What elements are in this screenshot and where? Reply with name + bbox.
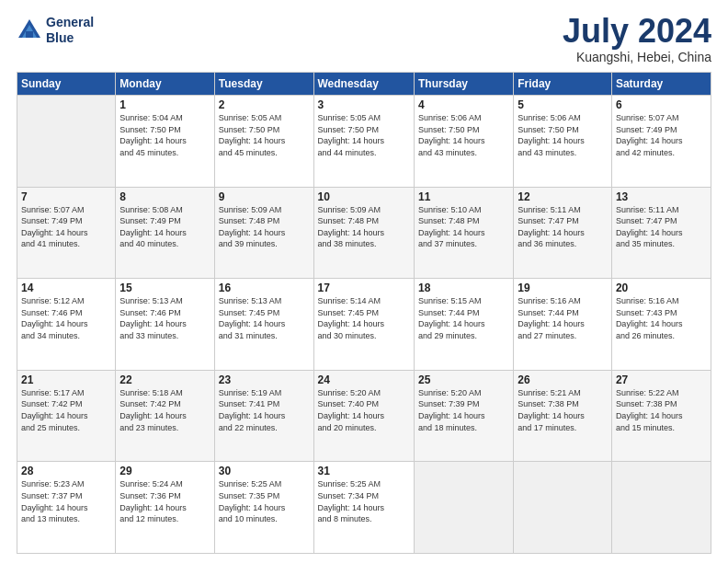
weekday-header: Sunday — [17, 73, 116, 96]
day-number: 24 — [318, 373, 410, 386]
calendar-cell: 11Sunrise: 5:10 AM Sunset: 7:48 PM Dayli… — [414, 187, 513, 279]
logo-text: General Blue — [46, 15, 94, 46]
day-info: Sunrise: 5:09 AM Sunset: 7:48 PM Dayligh… — [318, 204, 410, 250]
calendar-cell: 20Sunrise: 5:16 AM Sunset: 7:43 PM Dayli… — [611, 279, 711, 371]
day-info: Sunrise: 5:20 AM Sunset: 7:39 PM Dayligh… — [418, 387, 509, 433]
title-location: Kuangshi, Hebei, China — [563, 50, 711, 64]
day-info: Sunrise: 5:20 AM Sunset: 7:40 PM Dayligh… — [318, 387, 410, 433]
page: General Blue July 2024 Kuangshi, Hebei, … — [0, 0, 728, 563]
calendar-cell: 14Sunrise: 5:12 AM Sunset: 7:46 PM Dayli… — [17, 279, 116, 371]
day-number: 25 — [418, 373, 509, 386]
day-info: Sunrise: 5:13 AM Sunset: 7:45 PM Dayligh… — [219, 295, 310, 341]
day-info: Sunrise: 5:25 AM Sunset: 7:35 PM Dayligh… — [219, 478, 310, 524]
calendar-cell: 19Sunrise: 5:16 AM Sunset: 7:44 PM Dayli… — [514, 279, 612, 371]
calendar-cell: 9Sunrise: 5:09 AM Sunset: 7:48 PM Daylig… — [214, 187, 313, 279]
day-info: Sunrise: 5:06 AM Sunset: 7:50 PM Dayligh… — [418, 112, 509, 158]
day-info: Sunrise: 5:24 AM Sunset: 7:36 PM Dayligh… — [119, 478, 210, 524]
day-number: 19 — [518, 282, 608, 294]
day-info: Sunrise: 5:19 AM Sunset: 7:41 PM Dayligh… — [219, 387, 310, 433]
calendar-cell: 30Sunrise: 5:25 AM Sunset: 7:35 PM Dayli… — [214, 462, 313, 554]
weekday-header: Thursday — [414, 73, 513, 96]
weekday-header: Monday — [116, 73, 214, 96]
day-info: Sunrise: 5:18 AM Sunset: 7:42 PM Dayligh… — [119, 387, 210, 433]
day-info: Sunrise: 5:15 AM Sunset: 7:44 PM Dayligh… — [418, 295, 509, 341]
calendar-cell: 24Sunrise: 5:20 AM Sunset: 7:40 PM Dayli… — [313, 370, 414, 462]
day-number: 2 — [219, 98, 310, 111]
calendar-cell: 23Sunrise: 5:19 AM Sunset: 7:41 PM Dayli… — [214, 370, 313, 462]
svg-rect-2 — [26, 31, 33, 38]
day-info: Sunrise: 5:23 AM Sunset: 7:37 PM Dayligh… — [21, 478, 111, 524]
calendar-cell: 12Sunrise: 5:11 AM Sunset: 7:47 PM Dayli… — [514, 187, 612, 279]
calendar-cell: 6Sunrise: 5:07 AM Sunset: 7:49 PM Daylig… — [611, 96, 711, 188]
day-info: Sunrise: 5:04 AM Sunset: 7:50 PM Dayligh… — [119, 112, 210, 158]
day-number: 5 — [518, 98, 608, 111]
day-info: Sunrise: 5:11 AM Sunset: 7:47 PM Dayligh… — [616, 204, 707, 250]
day-number: 29 — [119, 465, 210, 477]
calendar-cell: 29Sunrise: 5:24 AM Sunset: 7:36 PM Dayli… — [116, 462, 214, 554]
logo: General Blue — [17, 15, 94, 46]
day-info: Sunrise: 5:22 AM Sunset: 7:38 PM Dayligh… — [616, 387, 707, 433]
day-info: Sunrise: 5:14 AM Sunset: 7:45 PM Dayligh… — [318, 295, 410, 341]
calendar-cell: 17Sunrise: 5:14 AM Sunset: 7:45 PM Dayli… — [313, 279, 414, 371]
day-info: Sunrise: 5:16 AM Sunset: 7:44 PM Dayligh… — [518, 295, 608, 341]
day-number: 28 — [21, 465, 111, 477]
calendar-cell: 22Sunrise: 5:18 AM Sunset: 7:42 PM Dayli… — [116, 370, 214, 462]
calendar-cell: 16Sunrise: 5:13 AM Sunset: 7:45 PM Dayli… — [214, 279, 313, 371]
calendar-cell: 4Sunrise: 5:06 AM Sunset: 7:50 PM Daylig… — [414, 96, 513, 188]
title-month: July 2024 — [563, 15, 711, 48]
day-number: 7 — [21, 190, 111, 203]
day-number: 18 — [418, 282, 509, 294]
calendar-cell: 27Sunrise: 5:22 AM Sunset: 7:38 PM Dayli… — [611, 370, 711, 462]
calendar-cell: 28Sunrise: 5:23 AM Sunset: 7:37 PM Dayli… — [17, 462, 116, 554]
day-number: 9 — [219, 190, 310, 203]
calendar-cell: 8Sunrise: 5:08 AM Sunset: 7:49 PM Daylig… — [116, 187, 214, 279]
day-info: Sunrise: 5:06 AM Sunset: 7:50 PM Dayligh… — [518, 112, 608, 158]
day-number: 23 — [219, 373, 310, 386]
calendar-cell: 5Sunrise: 5:06 AM Sunset: 7:50 PM Daylig… — [514, 96, 612, 188]
calendar-cell — [17, 96, 116, 188]
day-number: 31 — [318, 465, 410, 477]
day-info: Sunrise: 5:17 AM Sunset: 7:42 PM Dayligh… — [21, 387, 111, 433]
calendar-cell: 25Sunrise: 5:20 AM Sunset: 7:39 PM Dayli… — [414, 370, 513, 462]
day-info: Sunrise: 5:08 AM Sunset: 7:49 PM Dayligh… — [119, 204, 210, 250]
day-number: 15 — [119, 282, 210, 294]
calendar-cell: 10Sunrise: 5:09 AM Sunset: 7:48 PM Dayli… — [313, 187, 414, 279]
day-number: 8 — [119, 190, 210, 203]
day-number: 27 — [616, 373, 707, 386]
calendar-cell: 15Sunrise: 5:13 AM Sunset: 7:46 PM Dayli… — [116, 279, 214, 371]
title-block: July 2024 Kuangshi, Hebei, China — [563, 15, 711, 64]
day-number: 26 — [518, 373, 608, 386]
day-number: 16 — [219, 282, 310, 294]
weekday-header: Wednesday — [313, 73, 414, 96]
day-info: Sunrise: 5:09 AM Sunset: 7:48 PM Dayligh… — [219, 204, 310, 250]
calendar-cell — [514, 462, 612, 554]
day-info: Sunrise: 5:07 AM Sunset: 7:49 PM Dayligh… — [616, 112, 707, 158]
day-number: 1 — [119, 98, 210, 111]
day-number: 17 — [318, 282, 410, 294]
day-info: Sunrise: 5:10 AM Sunset: 7:48 PM Dayligh… — [418, 204, 509, 250]
logo-icon — [17, 17, 42, 43]
day-number: 30 — [219, 465, 310, 477]
header: General Blue July 2024 Kuangshi, Hebei, … — [17, 15, 711, 64]
calendar-cell: 7Sunrise: 5:07 AM Sunset: 7:49 PM Daylig… — [17, 187, 116, 279]
day-info: Sunrise: 5:12 AM Sunset: 7:46 PM Dayligh… — [21, 295, 111, 341]
day-number: 11 — [418, 190, 509, 203]
calendar-cell: 3Sunrise: 5:05 AM Sunset: 7:50 PM Daylig… — [313, 96, 414, 188]
day-number: 13 — [616, 190, 707, 203]
day-number: 6 — [616, 98, 707, 111]
calendar-cell — [611, 462, 711, 554]
day-number: 4 — [418, 98, 509, 111]
calendar-cell: 21Sunrise: 5:17 AM Sunset: 7:42 PM Dayli… — [17, 370, 116, 462]
weekday-header: Saturday — [611, 73, 711, 96]
calendar-cell — [414, 462, 513, 554]
weekday-header: Tuesday — [214, 73, 313, 96]
day-info: Sunrise: 5:11 AM Sunset: 7:47 PM Dayligh… — [518, 204, 608, 250]
day-info: Sunrise: 5:05 AM Sunset: 7:50 PM Dayligh… — [219, 112, 310, 158]
day-number: 3 — [318, 98, 410, 111]
day-number: 22 — [119, 373, 210, 386]
day-number: 21 — [21, 373, 111, 386]
calendar-cell: 26Sunrise: 5:21 AM Sunset: 7:38 PM Dayli… — [514, 370, 612, 462]
calendar-cell: 1Sunrise: 5:04 AM Sunset: 7:50 PM Daylig… — [116, 96, 214, 188]
day-info: Sunrise: 5:05 AM Sunset: 7:50 PM Dayligh… — [318, 112, 410, 158]
day-number: 10 — [318, 190, 410, 203]
